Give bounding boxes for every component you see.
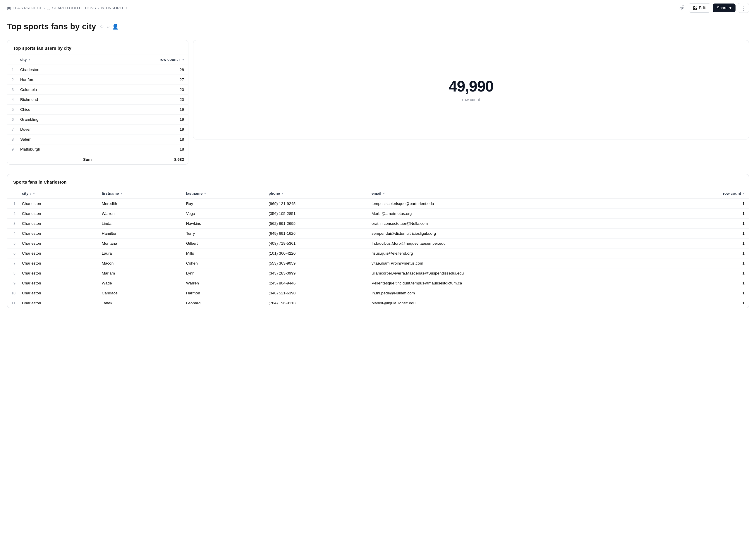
city2-sort-icon[interactable]: ↕ bbox=[30, 192, 31, 195]
row-count-sort-icon[interactable]: ↕ bbox=[179, 58, 181, 61]
row-count2-filter-icon[interactable]: ▾ bbox=[743, 191, 744, 195]
table-row[interactable]: 2 Hartford 27 bbox=[7, 75, 188, 85]
city2-filter-icon[interactable]: ▾ bbox=[33, 191, 35, 195]
circle-icon[interactable]: ○ bbox=[106, 24, 110, 30]
cell-city: Charleston bbox=[18, 219, 98, 229]
page-title-actions: ☆ ○ 👤 bbox=[100, 23, 118, 30]
row-count-filter-icon[interactable]: ▾ bbox=[182, 58, 184, 61]
user-icon[interactable]: 👤 bbox=[112, 23, 118, 30]
row-number: 8 bbox=[7, 134, 16, 144]
cell-count: 1 bbox=[661, 288, 749, 298]
breadcrumb-collection[interactable]: SHARED COLLECTIONS bbox=[52, 6, 96, 10]
cell-count: 1 bbox=[661, 298, 749, 308]
cell-city: Salem bbox=[16, 134, 96, 144]
cell-phone: (343) 283-0999 bbox=[264, 268, 368, 278]
table-row[interactable]: 3 Charleston Linda Hawkins (562) 691-269… bbox=[7, 219, 749, 229]
cell-firstname: Wade bbox=[98, 278, 182, 288]
th-firstname[interactable]: firstname ▾ bbox=[98, 188, 182, 199]
row-number: 8 bbox=[7, 268, 18, 278]
link-button[interactable] bbox=[678, 4, 686, 12]
cell-email: Morbi@ametmetus.org bbox=[368, 209, 661, 219]
email-filter-icon[interactable]: ▾ bbox=[383, 191, 385, 195]
table-row[interactable]: 3 Columbia 20 bbox=[7, 85, 188, 95]
row-number: 10 bbox=[7, 288, 18, 298]
cell-email: tempus.scelerisque@parturient.edu bbox=[368, 199, 661, 209]
page-title: Top sports fans by city bbox=[7, 22, 96, 31]
table-row[interactable]: 9 Charleston Wade Warren (245) 804-9446 … bbox=[7, 278, 749, 288]
row-number: 11 bbox=[7, 298, 18, 308]
firstname-filter-icon[interactable]: ▾ bbox=[121, 191, 122, 195]
table-row[interactable]: 8 Salem 18 bbox=[7, 134, 188, 144]
th-city-2[interactable]: city ↕ ▾ bbox=[18, 188, 98, 199]
more-menu-button[interactable]: ⋮ bbox=[738, 3, 749, 13]
cell-count: 19 bbox=[96, 115, 188, 125]
cell-lastname: Terry bbox=[182, 229, 264, 239]
lastname-filter-icon[interactable]: ▾ bbox=[204, 191, 206, 195]
cell-count: 19 bbox=[96, 105, 188, 115]
breadcrumb-sep-1: › bbox=[44, 6, 45, 10]
table-row[interactable]: 7 Charleston Macon Cohen (553) 363-9059 … bbox=[7, 258, 749, 268]
cell-lastname: Mills bbox=[182, 248, 264, 258]
cell-firstname: Candace bbox=[98, 288, 182, 298]
cell-count: 1 bbox=[661, 248, 749, 258]
th-row-num bbox=[7, 54, 16, 65]
table-row[interactable]: 1 Charleston Meredith Ray (969) 121-9245… bbox=[7, 199, 749, 209]
cell-email: In.faucibus.Morbi@nequevitaesemper.edu bbox=[368, 239, 661, 248]
th-row-count-2[interactable]: row count ▾ bbox=[661, 188, 749, 199]
cell-count: 20 bbox=[96, 85, 188, 95]
cell-lastname: Vega bbox=[182, 209, 264, 219]
table-row[interactable]: 5 Charleston Montana Gilbert (408) 719-5… bbox=[7, 239, 749, 248]
table-row[interactable]: 10 Charleston Candace Harmon (348) 521-6… bbox=[7, 288, 749, 298]
cell-count: 1 bbox=[661, 209, 749, 219]
cell-city: Charleston bbox=[16, 65, 96, 75]
cell-count: 1 bbox=[661, 219, 749, 229]
th-lastname[interactable]: lastname ▾ bbox=[182, 188, 264, 199]
table-row[interactable]: 6 Charleston Laura Mills (101) 360-4220 … bbox=[7, 248, 749, 258]
cell-city: Charleston bbox=[18, 298, 98, 308]
table-row[interactable]: 1 Charleston 28 bbox=[7, 65, 188, 75]
cell-city: Plattsburgh bbox=[16, 144, 96, 155]
cell-email: In.mi.pede@Nullam.com bbox=[368, 288, 661, 298]
th-email[interactable]: email ▾ bbox=[368, 188, 661, 199]
table-row[interactable]: 2 Charleston Warren Vega (356) 105-2851 … bbox=[7, 209, 749, 219]
row-number: 4 bbox=[7, 229, 18, 239]
cell-city: Charleston bbox=[18, 278, 98, 288]
table-row[interactable]: 4 Richmond 20 bbox=[7, 95, 188, 105]
project-icon: ▣ bbox=[7, 6, 11, 10]
cell-count: 1 bbox=[661, 268, 749, 278]
row-number: 6 bbox=[7, 115, 16, 125]
star-icon[interactable]: ☆ bbox=[100, 23, 104, 30]
top-table: city ▾ row count ↕ ▾ bbox=[7, 54, 188, 164]
table-row[interactable]: 5 Chico 19 bbox=[7, 105, 188, 115]
cell-city: Charleston bbox=[18, 199, 98, 209]
table-row[interactable]: 11 Charleston Tanek Leonard (784) 196-91… bbox=[7, 298, 749, 308]
cell-phone: (784) 196-9113 bbox=[264, 298, 368, 308]
th-city[interactable]: city ▾ bbox=[16, 54, 96, 65]
sum-value: 8,682 bbox=[96, 155, 188, 165]
edit-button[interactable]: Edit bbox=[689, 3, 711, 13]
city-filter-icon[interactable]: ▾ bbox=[28, 58, 30, 61]
share-button[interactable]: Share ▾ bbox=[713, 4, 736, 12]
table-row[interactable]: 7 Dover 19 bbox=[7, 125, 188, 134]
th-phone[interactable]: phone ▾ bbox=[264, 188, 368, 199]
table-row[interactable]: 4 Charleston Hamilton Terry (649) 691-16… bbox=[7, 229, 749, 239]
cell-phone: (356) 105-2851 bbox=[264, 209, 368, 219]
cell-city: Grambling bbox=[16, 115, 96, 125]
cell-phone: (245) 804-9446 bbox=[264, 278, 368, 288]
cell-count: 1 bbox=[661, 258, 749, 268]
th-row-count[interactable]: row count ↕ ▾ bbox=[96, 54, 188, 65]
cell-city: Charleston bbox=[18, 258, 98, 268]
bottom-table-title: Sports fans in Charleston bbox=[7, 174, 749, 188]
cell-city: Charleston bbox=[18, 248, 98, 258]
row-number: 1 bbox=[7, 199, 18, 209]
table-row[interactable]: 8 Charleston Mariam Lynn (343) 283-0999 … bbox=[7, 268, 749, 278]
cell-firstname: Hamilton bbox=[98, 229, 182, 239]
metric-label: row count bbox=[462, 98, 480, 102]
collection-icon: ▢ bbox=[46, 6, 50, 10]
phone-filter-icon[interactable]: ▾ bbox=[282, 191, 284, 195]
table-row[interactable]: 6 Grambling 19 bbox=[7, 115, 188, 125]
row-number: 1 bbox=[7, 65, 16, 75]
breadcrumb-project[interactable]: ELA'S PROJECT bbox=[13, 6, 42, 10]
breadcrumb-unsorted[interactable]: UNSORTED bbox=[106, 6, 127, 10]
table-row[interactable]: 9 Plattsburgh 18 bbox=[7, 144, 188, 155]
